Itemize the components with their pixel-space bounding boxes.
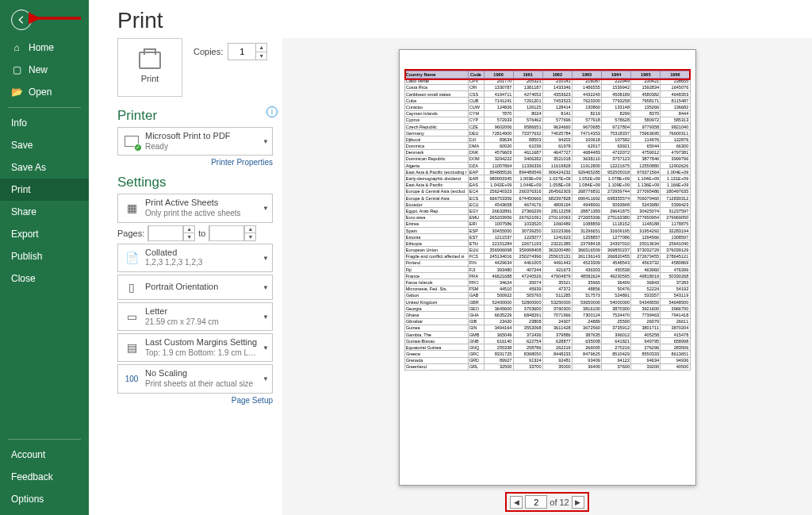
sidebar-item-label: Share: [11, 206, 36, 217]
new-icon: ▢: [11, 64, 22, 75]
sidebar-item-share[interactable]: Share: [0, 201, 89, 223]
table-row: GrenadaGRD899279132492481934099412294634…: [404, 357, 690, 363]
sidebar-item-home[interactable]: ⌂Home: [0, 37, 89, 59]
table-row: Equatorial GuineaGNQ25533825878626221926…: [404, 344, 690, 351]
print-backstage: Print Print Copies: ▲▼ Printer i: [89, 0, 812, 515]
collated-icon: 📄: [123, 249, 140, 267]
sidebar-item-save[interactable]: Save: [0, 134, 89, 156]
copies-input[interactable]: [228, 44, 255, 60]
sidebar-item-info[interactable]: Info: [0, 112, 89, 134]
table-row: GeorgiaGEO364560037036003760300381610038…: [404, 306, 690, 312]
print-settings-panel: Print Copies: ▲▼ Printer i ✓: [89, 38, 282, 515]
copies-up[interactable]: ▲: [256, 44, 266, 52]
sidebar-item-feedback[interactable]: Feedback: [0, 466, 89, 488]
table-row: EthiopiaETH22151284226711932322138523798…: [404, 240, 690, 247]
print-scope-select[interactable]: ▦ Print Active SheetsOnly print the acti…: [117, 194, 273, 222]
table-row: GermanyDEU728149007337763274025784747143…: [404, 130, 690, 136]
print-button-label: Print: [141, 74, 159, 83]
page-setup-link[interactable]: Page Setup: [117, 396, 273, 405]
sidebar-item-label: New: [29, 64, 48, 75]
chevron-down-icon: ▼: [262, 254, 269, 261]
sidebar-item-export[interactable]: Export: [0, 223, 89, 245]
preview-data-table: Country NameCode196019611962196319641965…: [404, 71, 691, 371]
sidebar-item-label: Print: [11, 184, 31, 195]
printer-properties-link[interactable]: Printer Properties: [117, 158, 273, 167]
table-row: CyprusCYP5729335764625776965779185786285…: [404, 117, 690, 123]
table-row: Caribbean small statesCSS419471142740524…: [404, 90, 690, 97]
copies-spinner[interactable]: ▲▼: [228, 43, 267, 60]
pager-of-label: of: [550, 498, 557, 507]
sidebar-item-label: Account: [11, 449, 45, 460]
table-row: Micronesia, Fed. Sts.FSM4451045939473724…: [404, 286, 690, 292]
table-row: European UnionEUU35690609835999840836320…: [404, 247, 690, 253]
sidebar-item-options[interactable]: Options: [0, 488, 89, 510]
portrait-icon: ▯: [123, 279, 140, 296]
table-row: Costa RicaCRI133078713811871433346148655…: [404, 84, 690, 90]
table-row: EcuadorECU454365846741764809194494899150…: [404, 202, 690, 208]
margins-icon: ▤: [123, 339, 140, 356]
table-row: GreeceGRC8331725839805084482338479625851…: [404, 351, 690, 357]
pages-to-input[interactable]: [209, 225, 244, 241]
table-row: Egypt, Arab Rep.EGY266328912736623928112…: [404, 208, 690, 214]
back-button[interactable]: [11, 10, 32, 30]
sidebar-item-publish[interactable]: Publish: [0, 245, 89, 267]
table-row: EstoniaEST121153712250771241623125885712…: [404, 234, 690, 240]
copies-label: Copies:: [193, 47, 223, 56]
sidebar-item-label: Publish: [11, 251, 42, 262]
pager-total: 12: [559, 498, 569, 507]
sidebar-item-label: Save As: [11, 162, 46, 173]
printer-info-icon[interactable]: i: [266, 106, 278, 117]
backstage-sidebar: ⌂Home ▢New 📂Open Info Save Save As Print…: [0, 0, 89, 515]
table-row: Europe & Central Asia (excludECA25624032…: [404, 188, 690, 194]
table-row: AlgeriaDZA110578641133633611619828119128…: [404, 163, 690, 169]
print-button[interactable]: Print: [117, 38, 182, 97]
sidebar-item-new[interactable]: ▢New: [0, 59, 89, 81]
open-icon: 📂: [11, 86, 22, 98]
current-page-input[interactable]: [525, 495, 547, 509]
table-row: Guinea-BissauGNB616140622754628877635008…: [404, 338, 690, 344]
table-row: FinlandFIN442963444610054491443452330945…: [404, 259, 690, 266]
sidebar-item-account[interactable]: Account: [0, 444, 89, 466]
sidebar-item-save-as[interactable]: Save As: [0, 156, 89, 179]
table-row: CuracaoCUW124826126125128414130860133148…: [404, 104, 690, 110]
pages-range-row: Pages: ▲▼ to ▲▼: [117, 225, 273, 241]
next-page-button[interactable]: ▶: [572, 496, 584, 509]
margins-select[interactable]: ▤ Last Custom Margins SettingTop: 1.9 cm…: [117, 333, 273, 362]
table-row: United KingdomGBR52400000528000005325000…: [404, 298, 690, 305]
printer-status: Ready: [145, 142, 231, 152]
printer-icon: [139, 52, 161, 69]
chevron-down-icon: ▼: [262, 375, 269, 382]
scaling-select[interactable]: 100 No ScalingPrint sheets at their actu…: [117, 364, 273, 393]
table-row: DominicaDMA60020610366197862917639216504…: [404, 143, 690, 149]
page-navigator: ◀ of 12 ▶: [505, 492, 588, 512]
collation-select[interactable]: 📄 Collated1,2,3 1,2,3 1,2,3 ▼: [117, 244, 273, 272]
orientation-select[interactable]: ▯ Portrait Orientation ▼: [117, 275, 273, 300]
pages-from-input[interactable]: [148, 225, 183, 241]
copies-down[interactable]: ▼: [256, 52, 266, 60]
printer-select[interactable]: ✓ Microsoft Print to PDFReady ▼: [117, 127, 273, 156]
table-row: GhanaGHA66352296848291707196673001247524…: [404, 312, 690, 318]
printer-ready-icon: ✓: [123, 133, 140, 150]
table-row: Dominican RepublicDOM3294222340628235210…: [404, 156, 690, 162]
table-row: Gambia, TheGMB36504937243637988638763539…: [404, 331, 690, 337]
sidebar-item-close[interactable]: Close: [0, 267, 89, 290]
back-arrow-icon: [16, 14, 27, 25]
prev-page-button[interactable]: ◀: [510, 496, 523, 509]
chevron-down-icon: ▼: [262, 205, 269, 212]
paper-size-select[interactable]: ▭ Letter21.59 cm x 27.94 cm ▼: [117, 302, 273, 331]
page-icon: ▭: [123, 308, 140, 325]
table-row: GibraltarGIB2342023808243072488925500260…: [404, 318, 690, 325]
table-row: Europe & Central AsiaECS6667533566744506…: [404, 194, 690, 201]
table-row: East Asia & PacificEAS1.042E+091.044E+09…: [404, 182, 690, 188]
table-row: Early-demographic dividendEAR9800033451.…: [404, 175, 690, 182]
table-row: DenmarkDNK457960346116874647727468448347…: [404, 149, 690, 156]
sidebar-item-label: Export: [11, 229, 39, 240]
table-row: SpainESP30455000307392503102336631296651…: [404, 227, 690, 233]
sidebar-item-open[interactable]: 📂Open: [0, 81, 89, 103]
settings-section-title: Settings: [117, 175, 273, 190]
sheets-icon: ▦: [123, 199, 140, 217]
pages-label: Pages:: [117, 229, 144, 238]
table-row: DjiboutiDJI83634885039420310061810758211…: [404, 136, 690, 143]
sidebar-item-print[interactable]: Print: [0, 179, 89, 201]
chevron-down-icon: ▼: [262, 283, 269, 290]
